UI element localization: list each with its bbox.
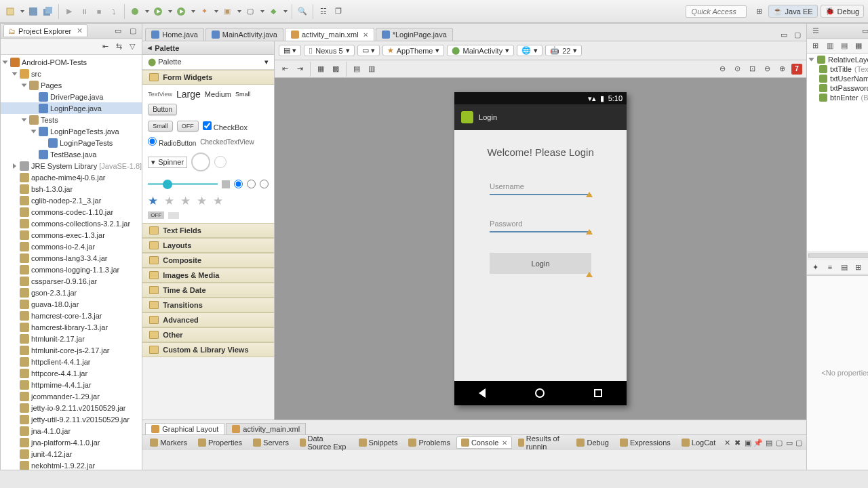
zoom-in-icon[interactable]: ⊕ — [776, 63, 789, 75]
tree-item[interactable]: apache-mime4j-0.6.jar — [1, 171, 142, 183]
minimize-icon[interactable]: ▭ — [778, 28, 790, 41]
palette-category[interactable]: Custom & Library Views — [142, 342, 274, 357]
chevron-down-icon[interactable]: ▾ — [264, 58, 269, 66]
tool-icon[interactable]: ☷ — [317, 5, 330, 18]
close-icon[interactable]: ✕ — [502, 439, 507, 447]
widget-textview[interactable]: TextView — [148, 91, 172, 98]
new-class-icon[interactable]: ◆ — [267, 5, 279, 18]
bottom-tab-debug[interactable]: Debug — [572, 436, 613, 449]
chevron-down-icon[interactable] — [191, 10, 195, 13]
palette-category[interactable]: Text Fields — [142, 223, 274, 238]
bottom-tab-logcat[interactable]: LogCat — [677, 436, 720, 449]
tree-item[interactable]: Android-POM-Tests — [1, 56, 142, 68]
tool-icon[interactable]: ✦ — [810, 261, 822, 273]
view-menu-icon[interactable]: ▽ — [127, 41, 138, 52]
chevron-down-icon[interactable] — [260, 10, 264, 13]
login-button[interactable]: Login — [490, 253, 591, 274]
widget-small-btn[interactable]: Small — [148, 121, 173, 131]
debug-resume-icon[interactable]: ▶ — [63, 5, 75, 18]
nav-back-icon[interactable] — [479, 388, 486, 398]
nav-recent-icon[interactable] — [594, 389, 602, 397]
align-icon[interactable]: ⇤ — [279, 63, 291, 75]
tree-item[interactable]: jetty-util-9.2.11.v20150529.jar — [1, 413, 142, 425]
nav-home-icon[interactable] — [535, 388, 545, 398]
bottom-tab-results-of-runnin[interactable]: Results of runnin — [513, 432, 570, 453]
tree-item[interactable]: cssparser-0.9.16.jar — [1, 275, 142, 287]
tree-item[interactable]: commons-codec-1.10.jar — [1, 206, 142, 218]
project-explorer-tab[interactable]: 🗂Project Explorer✕ — [3, 24, 87, 37]
display-icon[interactable]: ▤ — [764, 436, 773, 449]
password-field[interactable]: Password — [490, 216, 591, 232]
save-icon[interactable] — [27, 5, 39, 18]
tree-item[interactable]: junit-4.12.jar — [1, 448, 142, 460]
editor-tab[interactable]: Home.java — [145, 28, 204, 41]
tree-item[interactable]: htmlunit-2.17.jar — [1, 333, 142, 344]
bottom-tab-markers[interactable]: Markers — [145, 436, 192, 449]
widget-checkbox[interactable]: CheckBox — [203, 121, 248, 131]
outline-item[interactable]: btnEnter (Butto — [807, 93, 868, 102]
tool-icon[interactable]: ✦ — [198, 5, 210, 18]
maximize-icon[interactable]: ▢ — [127, 25, 139, 37]
error-count-badge[interactable]: 7 — [791, 64, 802, 75]
tree-item[interactable]: bsh-1.3.0.jar — [1, 183, 142, 195]
tool-icon[interactable]: ≡ — [824, 261, 836, 273]
minimize-icon[interactable]: ▭ — [112, 25, 124, 37]
editor-tab[interactable]: activity_main.xml✕ — [285, 28, 374, 41]
tree-item[interactable]: LoginPage.java — [1, 102, 142, 114]
outline-tree[interactable]: RelativeLayout txtTitle (TextViewtxtUser… — [807, 54, 868, 251]
bug-icon[interactable] — [129, 5, 141, 18]
tree-item[interactable]: JRE System Library [JavaSE-1.8] — [1, 160, 142, 171]
tree-item[interactable]: commons-logging-1.1.3.jar — [1, 264, 142, 275]
zoom-fit-icon[interactable]: ⊡ — [747, 63, 759, 75]
close-icon[interactable]: ✕ — [363, 31, 368, 39]
tree-item[interactable]: commons-io-2.4.jar — [1, 241, 142, 252]
layout-icon[interactable]: ▩ — [330, 63, 342, 75]
maximize-icon[interactable]: ▢ — [791, 28, 804, 41]
save-all-icon[interactable] — [42, 5, 54, 18]
debug-stop-icon[interactable]: ■ — [93, 5, 105, 18]
quick-access-input[interactable] — [686, 5, 747, 18]
tree-item[interactable]: jcommander-1.29.jar — [1, 390, 142, 402]
tool-icon[interactable]: ▦ — [852, 40, 865, 52]
zoom-out-icon[interactable]: ⊖ — [717, 63, 729, 75]
progress-circle-icon[interactable] — [191, 152, 210, 171]
clear-icon[interactable]: ✕ — [723, 436, 732, 449]
editor-tab[interactable]: *LoginPage.java — [376, 28, 453, 41]
tree-item[interactable]: hamcrest-library-1.3.jar — [1, 321, 142, 333]
outline-item[interactable]: txtUserName (E — [807, 74, 868, 83]
package-icon[interactable]: ▣ — [221, 5, 233, 18]
tree-item[interactable]: gson-2.3.1.jar — [1, 287, 142, 298]
zoom-icon[interactable]: ⊖ — [762, 63, 774, 75]
radio-icon[interactable] — [234, 180, 243, 188]
close-icon[interactable]: ✕ — [77, 26, 83, 35]
chevron-down-icon[interactable] — [283, 10, 288, 13]
widget-small[interactable]: Small — [235, 91, 251, 98]
bottom-tab-snippets[interactable]: Snippets — [354, 436, 403, 449]
link-editor-icon[interactable]: ⇆ — [113, 41, 124, 52]
welcome-text[interactable]: Welcome! Please Login — [487, 146, 593, 158]
outline-item[interactable]: txtTitle (TextView — [807, 64, 868, 74]
palette-category[interactable]: Advanced — [142, 312, 274, 327]
palette-category[interactable]: Other — [142, 327, 274, 342]
tree-item[interactable]: jna-4.1.0.jar — [1, 425, 142, 436]
tool-icon[interactable]: ❐ — [332, 5, 344, 18]
tree-item[interactable]: hamcrest-core-1.3.jar — [1, 310, 142, 321]
debug-pause-icon[interactable]: ⏸ — [78, 5, 90, 18]
config-dropdown[interactable]: ▤ ▾ — [279, 45, 301, 56]
zoom-100-icon[interactable]: ⊙ — [732, 63, 744, 75]
widget-radio[interactable]: RadioButton — [148, 137, 196, 147]
open-perspective-icon[interactable]: ⊞ — [753, 5, 766, 18]
tree-item[interactable]: jna-platform-4.1.0.jar — [1, 436, 142, 448]
tree-item[interactable]: DriverPage.java — [1, 91, 142, 102]
tree-item[interactable]: Tests — [1, 114, 142, 125]
bottom-tab-properties[interactable]: Properties — [193, 436, 247, 449]
progress-circle-small-icon[interactable] — [214, 156, 226, 168]
palette-category[interactable]: Layouts — [142, 238, 274, 253]
tool-icon[interactable]: ▤ — [838, 261, 850, 273]
widget-medium[interactable]: Medium — [205, 90, 231, 98]
tree-item[interactable]: nekohtml-1.9.22.jar — [1, 460, 142, 470]
theme-dropdown[interactable]: ★AppTheme ▾ — [382, 45, 445, 56]
palette-category-form-widgets[interactable]: Form Widgets — [142, 70, 274, 85]
tree-item[interactable]: jetty-io-9.2.11.v20150529.jar — [1, 402, 142, 413]
run-external-icon[interactable] — [175, 5, 187, 18]
